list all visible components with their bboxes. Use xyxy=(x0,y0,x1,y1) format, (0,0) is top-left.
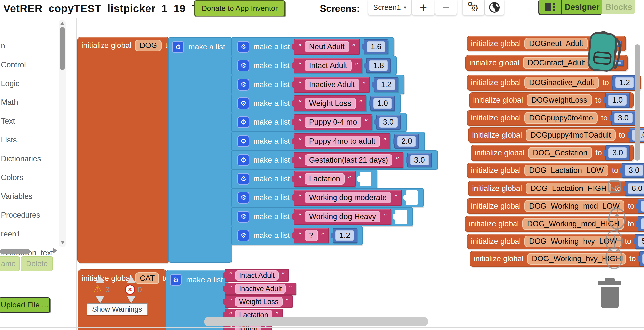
number-block[interactable]: 3.0 xyxy=(605,145,630,160)
palette-category-text[interactable]: Text xyxy=(1,117,15,127)
upload-file-button[interactable]: Upload File ... xyxy=(0,297,50,313)
mutator-gear-icon[interactable]: ⚙ xyxy=(238,211,249,223)
make-a-list-row[interactable]: ⚙make a list“Puppy 0-4 mo”3.0 xyxy=(231,113,406,132)
delete-button[interactable]: Delete xyxy=(21,256,53,271)
make-a-list-row[interactable]: ⚙make a list“Working dog moderate” xyxy=(231,188,424,207)
palette-scroll-up-arrow[interactable] xyxy=(60,22,64,25)
string-value-field[interactable]: Puppy 0-4 mo xyxy=(305,116,362,128)
canvas-vscrollbar-thumb[interactable] xyxy=(634,44,640,161)
number-block[interactable]: 1.2 xyxy=(374,77,398,92)
string-value-field[interactable]: Puppy 4mo to adult xyxy=(305,136,380,147)
variable-name-field[interactable]: DOG_Lactation_LOW xyxy=(524,165,608,176)
add-screen-button[interactable]: + xyxy=(412,0,435,15)
palette-category-logic[interactable]: Logic xyxy=(1,79,19,89)
variable-name-field[interactable]: DOG xyxy=(135,39,162,51)
init-global-row[interactable]: initialize globalDOGpuppy4moTOadultto2.0 xyxy=(468,127,644,143)
variable-name-field[interactable]: DOGinactive_Adult xyxy=(524,77,599,89)
variable-name-field[interactable]: DOGpuppy0to4mo xyxy=(524,112,598,124)
palette-scroll-down-arrow[interactable] xyxy=(60,241,65,244)
mutator-gear-icon[interactable]: ⚙ xyxy=(238,116,249,128)
number-value-field[interactable]: 1.0 xyxy=(608,95,627,106)
number-value-field[interactable]: 1.2 xyxy=(377,79,396,90)
tab-blocks[interactable]: Blocks xyxy=(602,0,635,14)
warning-up-arrow-icon[interactable] xyxy=(96,276,104,283)
string-block[interactable]: “Inactive Adult” xyxy=(294,77,370,92)
blocks-canvas[interactable]: initialize global DOG to ⚙ make a list ⚙… xyxy=(77,18,644,330)
string-value-field[interactable]: ? xyxy=(305,230,318,241)
warning-down-arrow-icon[interactable] xyxy=(96,296,104,303)
mutator-gear-icon[interactable]: ⚙ xyxy=(238,192,249,204)
palette-category-control[interactable]: Control xyxy=(1,60,26,70)
number-value-field[interactable]: 3.0 xyxy=(410,155,429,165)
number-block[interactable]: 1.0 xyxy=(370,96,395,111)
variable-name-field[interactable]: DOGpuppy4moTOadult xyxy=(526,129,616,141)
mutator-gear-icon[interactable]: ⚙ xyxy=(172,41,184,53)
donate-button[interactable]: Donate to App Inventor xyxy=(194,0,285,16)
make-a-list-row[interactable]: ⚙make a list“Intact Adult”1.8 xyxy=(231,56,397,75)
string-block[interactable]: “?” xyxy=(294,228,328,243)
number-value-field[interactable]: 1.0 xyxy=(374,98,392,109)
init-global-row[interactable]: initialize globalDOGinactive_Adultto1.2 xyxy=(467,75,641,90)
string-block[interactable]: “Intact Adult” xyxy=(294,58,362,73)
number-block[interactable]: 3.0 xyxy=(622,163,644,178)
number-value-field[interactable]: 1.8 xyxy=(369,60,388,71)
make-a-list-row[interactable]: ⚙make a list“Neut Adult”1.6 xyxy=(231,37,394,56)
error-down-arrow-icon[interactable] xyxy=(127,296,136,303)
make-a-list-row[interactable]: ⚙make a list“Inactive Adult”1.2 xyxy=(231,75,404,94)
number-block[interactable]: 1.2 xyxy=(332,228,357,243)
init-global-dog-block[interactable]: initialize global DOG to xyxy=(78,37,169,263)
canvas-hscrollbar-thumb[interactable] xyxy=(204,317,428,326)
init-global-cat-block[interactable]: initialize global CAT to xyxy=(78,269,167,330)
palette-category-reen1[interactable]: reen1 xyxy=(1,230,20,240)
string-block[interactable]: “Working dog moderate” xyxy=(294,190,402,206)
palette-category-lists[interactable]: Lists xyxy=(1,136,17,145)
string-block[interactable]: “Intact Adult” xyxy=(225,269,289,282)
number-block[interactable]: 1.8 xyxy=(366,58,391,73)
variable-name-field[interactable]: DOGintact_Adult xyxy=(523,57,590,69)
layout-panel-button[interactable] xyxy=(539,0,562,14)
palette-category-procedures[interactable]: Procedures xyxy=(1,211,40,221)
number-block[interactable]: 1.2 xyxy=(612,75,637,90)
number-value-field[interactable]: 3.0 xyxy=(379,117,398,128)
show-warnings-button[interactable]: Show Warnings xyxy=(87,303,148,316)
number-block[interactable]: 3.0 xyxy=(611,111,636,125)
mutator-gear-icon[interactable]: ⚙ xyxy=(238,135,249,147)
mutator-gear-icon[interactable]: ⚙ xyxy=(238,154,249,166)
string-value-field[interactable]: Neut Adult xyxy=(305,41,349,52)
variable-name-field[interactable]: DOGweightLoss xyxy=(527,94,592,106)
string-block[interactable]: “Gestation(last 21 days)” xyxy=(294,152,403,168)
mutator-gear-icon[interactable]: ⚙ xyxy=(238,41,249,53)
init-global-row[interactable]: initialize globalDOGpuppy0to4moto3.0 xyxy=(467,110,640,126)
variable-name-field[interactable]: DOGneut_Adult xyxy=(524,38,588,49)
number-block[interactable]: 1.6 xyxy=(364,39,388,54)
number-value-field[interactable]: 3.0 xyxy=(625,165,643,176)
palette-category-math[interactable]: Math xyxy=(1,98,18,108)
string-block[interactable]: “Working dog Heavy” xyxy=(294,209,391,225)
make-a-list-row[interactable]: ⚙make a list“Lactation” xyxy=(231,169,377,189)
string-value-field[interactable]: Intact Adult xyxy=(235,270,279,281)
backpack-icon[interactable] xyxy=(585,30,627,76)
make-a-list-row[interactable]: ⚙make a list“Gestation(last 21 days)”3.0 xyxy=(231,150,438,170)
dog-outer-make-a-list-block[interactable]: ⚙ make a list xyxy=(168,37,232,263)
string-value-field[interactable]: Working dog Heavy xyxy=(305,211,380,222)
mutator-gear-icon[interactable]: ⚙ xyxy=(238,173,249,185)
string-block[interactable]: “Weight Loss” xyxy=(225,295,293,308)
number-block[interactable]: 1.0 xyxy=(605,93,630,108)
mutator-gear-icon[interactable]: ⚙ xyxy=(238,60,249,71)
palette-scrollbar-thumb[interactable] xyxy=(60,27,65,70)
string-value-field[interactable]: Intact Adult xyxy=(305,60,352,71)
error-up-arrow-icon[interactable] xyxy=(127,276,136,283)
palette-category-n[interactable]: n xyxy=(1,41,5,51)
empty-value-socket[interactable] xyxy=(406,190,418,205)
mutator-gear-icon[interactable]: ⚙ xyxy=(238,79,249,90)
number-value-field[interactable]: 1.2 xyxy=(336,230,354,241)
init-global-row[interactable]: initialize globalDOG_Gestationto3.0 xyxy=(471,145,634,161)
mutator-gear-icon[interactable]: ⚙ xyxy=(238,97,249,109)
number-value-field[interactable]: 1.6 xyxy=(367,41,385,52)
string-value-field[interactable]: Weight Loss xyxy=(305,98,356,109)
mutator-gear-icon[interactable]: ⚙ xyxy=(238,230,249,241)
project-settings-button[interactable]: ⚙⚙ xyxy=(462,0,485,15)
string-value-field[interactable]: Working dog moderate xyxy=(305,192,391,203)
number-block[interactable]: 2.0 xyxy=(394,134,419,149)
variable-name-field[interactable]: DOG_Lactation_HIGH xyxy=(526,183,611,194)
